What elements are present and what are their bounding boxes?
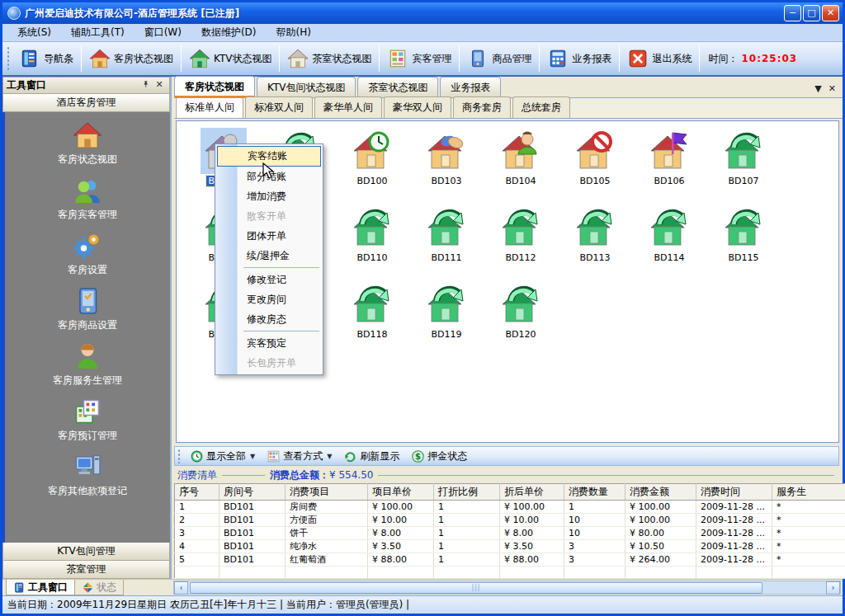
room-BD110[interactable]: BD110 [335, 205, 409, 281]
context-menu-item-更改房间[interactable]: 更改房间 [217, 289, 321, 309]
room-BD118[interactable]: BD118 [335, 281, 409, 358]
room-label: BD107 [726, 176, 760, 186]
context-menu-item-续/退押金[interactable]: 续/退押金 [217, 246, 321, 266]
tab-close-icon[interactable]: ✕ [828, 83, 836, 94]
subtab-豪华双人间[interactable]: 豪华双人间 [384, 96, 451, 118]
scrollbar-thumb[interactable]: ||| [190, 582, 762, 594]
subtab-商务套房[interactable]: 商务套房 [453, 96, 511, 118]
context-menu-item-修改登记[interactable]: 修改登记 [217, 270, 321, 289]
toolbar-button-guest-mgmt[interactable]: 宾客管理 [381, 45, 457, 72]
table-column-header[interactable]: 折后单价 [500, 484, 564, 501]
table-row[interactable]: 1BD101房间费¥ 100.001¥ 100.001¥ 100.002009-… [175, 501, 845, 514]
scroll-left-icon[interactable]: ‹ [174, 581, 188, 595]
table-column-header[interactable]: 消费数量 [564, 484, 625, 501]
room-BD103[interactable]: BD103 [409, 128, 484, 205]
context-menu-item-增加消费[interactable]: 增加消费 [217, 186, 321, 206]
roomlist-button-clock[interactable]: 显示全部▼ [184, 449, 261, 463]
table-column-header[interactable]: 项目单价 [368, 484, 434, 501]
room-label: BD111 [429, 252, 463, 263]
menu-item-2[interactable]: 辅助工具(T) [61, 24, 135, 41]
toolbar-button-label: 茶室状态视图 [312, 52, 371, 66]
scroll-right-icon[interactable]: › [826, 581, 840, 595]
dock-tab-状态[interactable]: 状态 [75, 580, 124, 595]
table-cell [220, 567, 286, 579]
table-row[interactable]: 5BD101红葡萄酒¥ 88.001¥ 88.003¥ 264.002009-1… [175, 553, 845, 567]
menu-item-3[interactable]: 窗口(W) [135, 24, 191, 41]
table-column-header[interactable]: 消费金额 [625, 484, 696, 501]
room-BD104[interactable]: BD104 [484, 128, 558, 205]
close-button[interactable]: ✕ [822, 5, 839, 21]
room-BD115[interactable]: BD115 [706, 205, 781, 281]
sidebar-group-bar-2[interactable]: 茶室管理 [2, 561, 170, 579]
sidebar-item-gears[interactable]: 客房设置 [5, 231, 170, 277]
menu-item-1[interactable]: 系统(S) [7, 24, 61, 41]
menu-item-4[interactable]: 数据维护(D) [191, 24, 267, 41]
sidebar-item-house-red[interactable]: 客房状态视图 [5, 120, 170, 167]
context-menu-item-长包房开单: 长包房开单 [217, 353, 321, 373]
table-row[interactable]: 3BD101饼干¥ 8.001¥ 8.0010¥ 80.002009-11-28… [175, 527, 845, 540]
toolbar-button-tea-status[interactable]: 茶室状态视图 [281, 45, 377, 72]
table-cell: ¥ 3.50 [368, 540, 434, 553]
room-BD114[interactable]: BD114 [632, 205, 706, 281]
tab-茶室状态视图[interactable]: 茶室状态视图 [357, 77, 438, 97]
tab-业务报表[interactable]: 业务报表 [440, 77, 501, 97]
roomlist-button-refresh[interactable]: 刷新显示 [338, 449, 405, 463]
tab-KTV包间状态视图[interactable]: KTV包间状态视图 [257, 77, 356, 97]
subtab-豪华单人间[interactable]: 豪华单人间 [314, 96, 382, 118]
room-BD120[interactable]: BD120 [484, 281, 558, 358]
maximize-button[interactable]: □ [803, 5, 820, 21]
sidebar-item-device[interactable]: 客房商品设置 [5, 286, 170, 332]
table-cell: 房间费 [286, 501, 368, 514]
menu-item-5[interactable]: 帮助(H) [267, 24, 321, 41]
toolbar-grip[interactable] [177, 449, 182, 463]
room-BD107[interactable]: BD107 [706, 128, 781, 205]
room-BD113[interactable]: BD113 [558, 205, 632, 281]
room-BD105[interactable]: BD105 [558, 128, 632, 205]
toolbar-button-report[interactable]: 业务报表 [541, 45, 617, 72]
room-BD112[interactable]: BD112 [484, 205, 558, 281]
table-row[interactable]: 4BD101纯净水¥ 3.501¥ 3.503¥ 10.502009-11-28… [175, 540, 845, 553]
context-menu-item-修改房态[interactable]: 修改房态 [217, 309, 321, 329]
table-column-header[interactable]: 消费时间 [696, 484, 772, 501]
table-row[interactable]: 2BD101方便面¥ 10.001¥ 10.0010¥ 100.002009-1… [175, 514, 845, 527]
table-cell [175, 567, 220, 579]
horizontal-scrollbar[interactable]: ‹ ||| › [173, 581, 841, 595]
sidebar-group-bar-1[interactable]: KTV包间管理 [2, 543, 170, 561]
sidebar-item-calendar[interactable]: 客房预订管理 [5, 397, 170, 443]
toolbar-grip[interactable] [7, 46, 11, 71]
table-column-header[interactable]: 打折比例 [434, 484, 500, 501]
toolbar-button-ktv-status[interactable]: KTV状态视图 [183, 45, 277, 72]
context-menu-item-宾客预定[interactable]: 宾客预定 [217, 333, 321, 353]
table-column-header[interactable]: 服务生 [772, 484, 845, 501]
room-BD111[interactable]: BD111 [409, 205, 484, 281]
tab-dropdown-icon[interactable]: ▼ [814, 83, 821, 94]
subtab-总统套房[interactable]: 总统套房 [512, 96, 570, 118]
room-label: BD105 [578, 176, 611, 186]
room-BD106[interactable]: BD106 [632, 128, 706, 205]
table-column-header[interactable]: 序号 [175, 484, 220, 501]
toolbar-button-exit[interactable]: 退出系统 [621, 45, 697, 72]
close-icon[interactable]: ✕ [153, 79, 166, 92]
roomlist-button-dollar[interactable]: $押金状态 [405, 449, 473, 463]
sidebar-item-people[interactable]: 客房宾客管理 [5, 176, 170, 222]
roomlist-button-viewmode[interactable]: 查看方式▼ [261, 449, 338, 463]
minimize-button[interactable]: ─ [784, 5, 801, 21]
toolbar-button-room-status[interactable]: 客房状态视图 [83, 45, 179, 72]
context-menu-item-团体开单[interactable]: 团体开单 [217, 226, 321, 246]
toolbar-button-goods-mgmt[interactable]: 商品管理 [461, 45, 537, 72]
toolbar-button-navigator[interactable]: 导航条 [13, 45, 79, 72]
sidebar-item-waiter[interactable]: 客房服务生管理 [5, 341, 170, 388]
viewmode-icon [267, 449, 281, 463]
subtab-标准双人间[interactable]: 标准双人间 [245, 96, 313, 118]
room-BD119[interactable]: BD119 [409, 281, 484, 358]
table-column-header[interactable]: 房间号 [220, 484, 286, 501]
tab-客房状态视图[interactable]: 客房状态视图 [174, 76, 255, 97]
title-bar: 广州爱启迪技术有限公司-酒店管理系统 [已注册] ─ □ ✕ [2, 2, 843, 24]
table-column-header[interactable]: 消费项目 [286, 484, 368, 501]
dock-tab-工具窗口[interactable]: 工具窗口 [6, 580, 75, 595]
subtab-标准单人间[interactable]: 标准单人间 [176, 96, 243, 118]
room-BD100[interactable]: BD100 [335, 128, 409, 205]
sidebar-group-hotel-rooms[interactable]: 酒店客房管理 [2, 94, 170, 112]
sidebar-item-computer[interactable]: 客房其他款项登记 [5, 452, 170, 498]
pin-icon[interactable]: 🖈 [139, 79, 153, 92]
